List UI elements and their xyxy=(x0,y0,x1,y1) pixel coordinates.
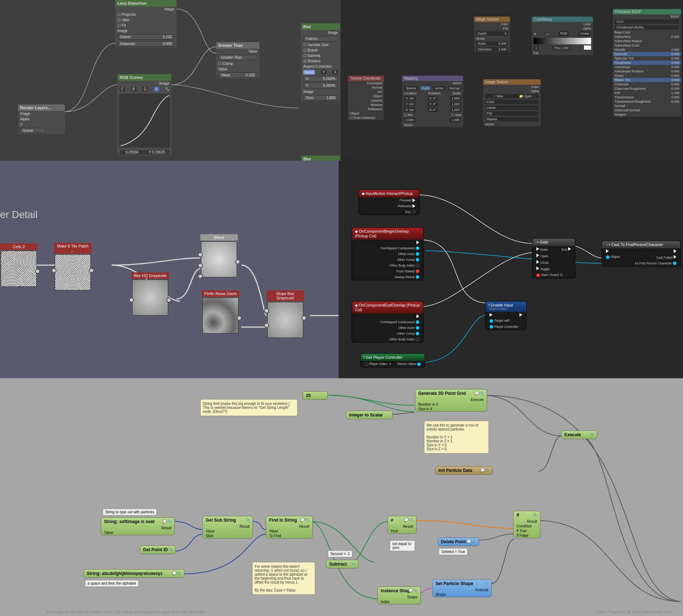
bsdf-param[interactable]: Transmission0.000 xyxy=(613,95,681,99)
relative-check[interactable]: Relative xyxy=(308,59,321,63)
perlin-node[interactable]: Perlin Noise Zoom xyxy=(202,290,239,334)
data-pin[interactable] xyxy=(606,255,610,259)
y-value[interactable]: 5.000% xyxy=(323,84,335,88)
interp[interactable]: Linear xyxy=(485,106,539,110)
scale-y[interactable]: 1.000 xyxy=(450,102,461,106)
input-socket[interactable] xyxy=(129,298,134,303)
data-pin[interactable] xyxy=(490,325,493,329)
gamma-check[interactable]: Gamma xyxy=(308,54,321,58)
instancer-check[interactable]: From Instancer xyxy=(354,116,376,120)
exec-pin[interactable] xyxy=(416,314,419,318)
data-pin[interactable] xyxy=(416,264,419,267)
dispersion-value[interactable]: 0.000 xyxy=(163,42,172,46)
int-to-scalar-node[interactable]: Integer to Scalar xyxy=(346,411,393,419)
wrench-icon[interactable]: 🔧 xyxy=(165,87,169,91)
render-layers-node[interactable]: Render Layers... Image Alpha Z Scene xyxy=(18,104,65,134)
end-overlap-node[interactable]: ◆ OnComponentEndOverlap (Pickup Col) Ove… xyxy=(352,301,424,343)
data-pin[interactable] xyxy=(416,320,419,324)
scale-x[interactable]: 1.000 xyxy=(450,96,461,101)
loc-x[interactable]: X: 0m xyxy=(404,96,416,101)
bsdf-param[interactable]: Sheen Tint0.500 xyxy=(613,78,681,82)
tab-c[interactable]: C xyxy=(120,87,125,91)
extension[interactable]: Repeat xyxy=(485,117,539,121)
rot-y[interactable]: Y: 0° xyxy=(428,102,438,106)
bsdf-param[interactable]: Subsurface Radius xyxy=(613,39,681,43)
greater-than-node[interactable]: Greater Than Value Greater Than ☐ Clamp … xyxy=(216,42,259,79)
get-point-id-node[interactable]: Get Point ID📎 xyxy=(140,545,176,554)
exec-pin[interactable] xyxy=(416,241,419,244)
find-in-string-node[interactable]: Find In String💬📎 Result Value To Find xyxy=(266,516,313,539)
image-texture-node[interactable]: Image Texture Color Alpha + New📁 Open Co… xyxy=(483,79,541,126)
depth-value[interactable]: 5 xyxy=(505,32,506,35)
data-pin[interactable] xyxy=(673,262,677,265)
bsdf-param[interactable]: Subsurface0.000 xyxy=(613,35,681,39)
dist-select[interactable]: GGX xyxy=(615,19,679,24)
exec-out[interactable] xyxy=(519,313,522,317)
slope-blur-node[interactable]: Slope Blur Grayscale xyxy=(267,290,304,339)
delete-point-node[interactable]: Delete Point💬📎 xyxy=(438,537,479,546)
string1-node[interactable]: String: softimage is neat💬📎 Result Value xyxy=(101,517,175,535)
add-stop[interactable]: + xyxy=(534,31,536,37)
mode-select[interactable]: Greater Than xyxy=(218,55,257,60)
input-socket-3[interactable] xyxy=(198,274,203,279)
bsdf-param[interactable]: Base Color xyxy=(613,30,681,35)
input-socket-1[interactable] xyxy=(264,308,269,313)
exec-pin[interactable] xyxy=(536,267,539,270)
bsdf-param[interactable]: Clearcoat Roughness0.030 xyxy=(613,86,681,91)
curve-y[interactable]: Y 0.20625 xyxy=(144,150,169,155)
begin-overlap-node[interactable]: ◆ OnComponentBeginOverlap (Pickup Col) O… xyxy=(352,227,424,280)
filter-x[interactable]: X xyxy=(332,70,338,75)
size-value[interactable]: 1.000 xyxy=(326,96,335,100)
jitter-check[interactable]: Jitter xyxy=(122,18,130,22)
data-pin[interactable] xyxy=(412,210,415,214)
bsdf-param[interactable]: Anisotropic Rotation0.000 xyxy=(613,69,681,73)
data-pin[interactable] xyxy=(416,275,419,279)
pos-value[interactable]: 1.000 xyxy=(561,46,569,50)
bsdf-param[interactable]: Clearcoat Normal xyxy=(613,108,681,112)
bsdf-param[interactable]: Subsurface Color xyxy=(613,43,681,48)
tab-vector[interactable]: Vector xyxy=(433,86,445,90)
exec-in[interactable] xyxy=(490,313,492,317)
output-socket[interactable] xyxy=(235,259,240,264)
output-socket[interactable] xyxy=(35,269,40,274)
bsdf-param[interactable]: Transmission Roughness0.000 xyxy=(613,99,681,104)
filter-y[interactable]: Y xyxy=(321,70,326,75)
loc-z[interactable]: Z: 0m xyxy=(404,108,415,112)
texture-coordinate-node[interactable]: Texture Coordinate Generated Normal UV O… xyxy=(348,76,384,120)
tab-b[interactable]: B xyxy=(154,87,159,91)
init-particle-data-node[interactable]: Init Particle Data💬📎 xyxy=(435,466,493,475)
rot-z[interactable]: Z: 0° xyxy=(428,108,438,112)
exec-pin[interactable] xyxy=(674,255,677,259)
colorramp-node[interactable]: ColorRamp Color Alpha +−RGBLinear 1Pos 1… xyxy=(532,17,593,55)
bsdf-param[interactable]: Specular Tint0.000 xyxy=(613,56,681,61)
loc-y[interactable]: Y: 0m xyxy=(404,102,415,106)
exec-pin[interactable] xyxy=(568,247,571,251)
scale-z[interactable]: 1.000 xyxy=(450,108,461,112)
bsdf-param[interactable]: Anisotropic0.000 xyxy=(613,65,681,69)
instance-shape-node[interactable]: Instance Shape💬📎 Shape Index xyxy=(378,586,421,604)
bsdf-param[interactable]: Metallic0.000 xyxy=(613,48,681,52)
exec-out[interactable] xyxy=(674,249,677,253)
output-socket[interactable] xyxy=(166,298,171,303)
generate-3d-grid-node[interactable]: Generate 3D Point Grid💬📎 Execute Number … xyxy=(415,389,487,412)
max-x[interactable]: 1.000 xyxy=(450,118,461,122)
gate-node[interactable]: ⇢ Gate EnterExit Open Close Toggle Start… xyxy=(532,238,575,278)
tab-g[interactable]: G xyxy=(142,87,148,91)
get-sub-string-node[interactable]: Get Sub String📎 Result Value Start xyxy=(202,516,253,539)
type-select[interactable]: Catrom xyxy=(303,36,338,41)
bsdf-param[interactable]: IOR1.450 xyxy=(613,91,681,95)
exec-pin[interactable] xyxy=(536,247,539,251)
index-value[interactable]: 0 xyxy=(388,362,392,366)
value-field[interactable]: 0.100 xyxy=(246,73,255,77)
neq-node[interactable]: ≠💬📎 Result First xyxy=(388,516,416,534)
blur-node[interactable]: Blur Image Catrom ☐ Variable Size ☐ Boke… xyxy=(301,23,340,101)
lens-distortion-node[interactable]: Lens Distortion Image ☐ Projector ☐ Jitt… xyxy=(115,0,177,47)
output-socket[interactable] xyxy=(89,268,94,273)
bsdf-param[interactable]: Sheen0.000 xyxy=(613,73,681,78)
mapping-node[interactable]: Mapping Vector Texture Point Vector Norm… xyxy=(402,76,463,127)
scale-value[interactable]: 5.000 xyxy=(498,42,506,45)
data-pin[interactable] xyxy=(416,326,419,330)
filter-none[interactable]: None xyxy=(303,70,315,75)
tab-texture[interactable]: Texture xyxy=(404,86,418,90)
data-pin[interactable] xyxy=(490,319,493,323)
